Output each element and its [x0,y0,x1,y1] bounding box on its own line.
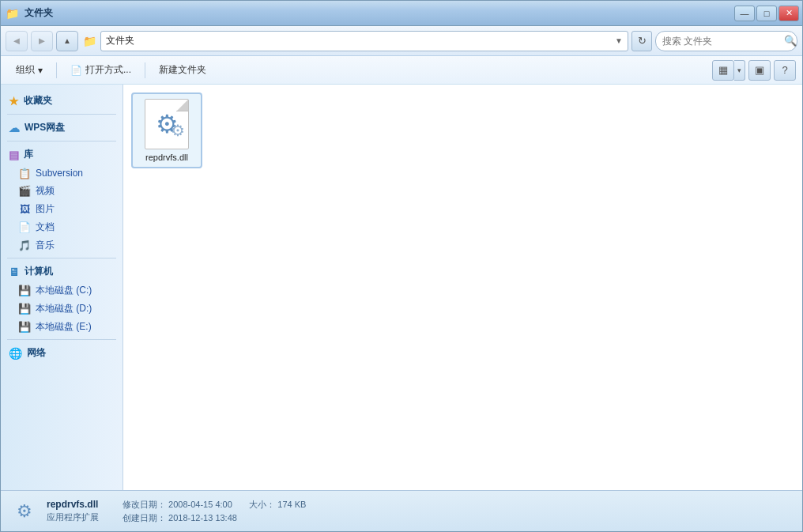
main-window: 📁 文件夹 — □ ✕ ◄ ► ▲ 📁 文件夹 ▼ ↻ 🔍 组织 ▾ [0,0,803,532]
sidebar-music-label: 音乐 [36,239,55,252]
sidebar-pictures-label: 图片 [36,202,55,216]
sidebar-header-network[interactable]: 🌐 网络 [1,343,123,363]
toolbar-right: ▦ ▾ ▣ ? [712,60,796,81]
toolbar-separator-2 [145,62,145,78]
gear-group: ⚙ ⚙ [156,111,179,137]
help-button[interactable]: ? [774,60,796,81]
sidebar-section-network: 🌐 网络 [1,343,123,363]
file-grid: ⚙ ⚙ repdrvfs.dll [131,92,794,168]
sidebar-divider-1 [7,114,116,115]
size-value: 174 KB [277,500,306,509]
view-control: ▦ ▾ [712,60,745,81]
minimize-button[interactable]: — [734,6,755,21]
title-bar-left: 📁 文件夹 [4,6,53,21]
sidebar-video-label: 视频 [36,184,55,198]
status-gear-icon: ⚙ [17,501,32,522]
window-title: 文件夹 [25,6,53,20]
command-toolbar: 组织 ▾ 📄 打开方式... 新建文件夹 ▦ ▾ ▣ ? [1,56,802,85]
close-button[interactable]: ✕ [778,6,799,21]
gear-small-icon: ⚙ [171,121,185,140]
sidebar-item-pictures[interactable]: 🖼 图片 [1,200,123,218]
address-text: 文件夹 [106,34,615,47]
subversion-icon: 📋 [18,167,31,179]
sidebar-favorites-label: 收藏夹 [24,94,52,108]
drive-c-icon: 💾 [18,285,31,297]
sidebar-item-documents[interactable]: 📄 文档 [1,218,123,236]
created-value: 2018-12-13 13:48 [168,513,237,523]
new-folder-label: 新建文件夹 [159,63,206,77]
status-dates: 修改日期： 2008-04-15 4:00 大小： 174 KB 创建日期： 2… [123,499,306,524]
organize-label: 组织 [16,63,35,77]
sidebar-item-drive-c[interactable]: 💾 本地磁盘 (C:) [1,281,123,300]
organize-button[interactable]: 组织 ▾ [7,59,51,81]
sidebar-divider-3 [7,258,116,258]
sidebar-header-computer[interactable]: 🖥 计算机 [1,262,123,281]
view-dropdown[interactable]: ▾ [734,60,745,81]
address-folder-icon: 📁 [81,33,97,49]
sidebar-section-wps: ☁ WPS网盘 [1,118,123,138]
library-icon: ▤ [9,149,19,161]
refresh-button[interactable]: ↻ [631,31,652,51]
address-dropdown-arrow[interactable]: ▼ [615,36,623,45]
modified-value: 2008-04-15 4:00 [168,500,232,509]
status-info: repdrvfs.dll 应用程序扩展 [47,499,99,523]
status-created: 创建日期： 2018-12-13 13:48 [123,512,306,524]
back-button[interactable]: ◄ [6,31,28,51]
main-area: ★ 收藏夹 ☁ WPS网盘 ▤ 库 📋 Subversio [1,85,802,490]
address-toolbar: ◄ ► ▲ 📁 文件夹 ▼ ↻ 🔍 [1,26,802,56]
title-bar-controls: — □ ✕ [734,6,799,21]
drive-d-icon: 💾 [18,303,31,315]
address-bar[interactable]: 文件夹 ▼ [100,31,628,51]
cloud-icon: ☁ [9,122,20,134]
maximize-button[interactable]: □ [756,6,777,21]
file-item-repdrvfs[interactable]: ⚙ ⚙ repdrvfs.dll [131,92,202,168]
star-icon: ★ [9,95,19,108]
sidebar-wps-label: WPS网盘 [25,121,65,134]
sidebar-header-library[interactable]: ▤ 库 [1,145,123,164]
sidebar-item-subversion[interactable]: 📋 Subversion [1,164,123,182]
sidebar-item-music[interactable]: 🎵 音乐 [1,236,123,255]
sidebar: ★ 收藏夹 ☁ WPS网盘 ▤ 库 📋 Subversio [1,85,123,490]
title-bar: 📁 文件夹 — □ ✕ [1,1,802,26]
pictures-icon: 🖼 [18,203,31,216]
search-input[interactable] [662,36,781,47]
sidebar-drive-c-label: 本地磁盘 (C:) [36,284,92,297]
sidebar-header-wps[interactable]: ☁ WPS网盘 [1,118,123,138]
pane-button[interactable]: ▣ [748,60,771,81]
sidebar-header-favorites[interactable]: ★ 收藏夹 [1,91,123,111]
toolbar-separator-1 [56,62,57,78]
sidebar-item-video[interactable]: 🎬 视频 [1,182,123,200]
dll-file-icon: ⚙ ⚙ [145,99,189,149]
status-filename: repdrvfs.dll [47,499,99,510]
status-type: 应用程序扩展 [47,511,99,523]
documents-icon: 📄 [18,221,31,234]
status-bar: ⚙ repdrvfs.dll 应用程序扩展 修改日期： 2008-04-15 4… [1,490,802,531]
open-with-button[interactable]: 📄 打开方式... [62,59,140,81]
sidebar-section-library: ▤ 库 📋 Subversion 🎬 视频 🖼 图片 📄 文档 [1,145,123,255]
status-modified: 修改日期： 2008-04-15 4:00 大小： 174 KB [123,499,306,511]
search-icon[interactable]: 🔍 [784,35,797,47]
sidebar-library-label: 库 [24,148,33,161]
window-icon: 📁 [4,6,20,21]
sidebar-network-label: 网络 [27,346,46,360]
sidebar-item-drive-e[interactable]: 💾 本地磁盘 (E:) [1,318,123,336]
computer-icon: 🖥 [9,266,20,278]
status-file-icon: ⚙ [10,497,39,526]
view-button[interactable]: ▦ [712,60,734,81]
modified-label: 修改日期： [123,500,166,509]
video-icon: 🎬 [18,185,31,198]
created-label: 创建日期： [123,513,166,523]
forward-button[interactable]: ► [31,31,53,51]
sidebar-item-drive-d[interactable]: 💾 本地磁盘 (D:) [1,300,123,318]
search-bar[interactable]: 🔍 [655,31,797,51]
network-icon: 🌐 [9,347,22,360]
file-area: ⚙ ⚙ repdrvfs.dll [123,85,802,490]
sidebar-section-favorites: ★ 收藏夹 [1,91,123,111]
sidebar-divider-2 [7,141,116,141]
file-name-label: repdrvfs.dll [145,153,188,162]
up-button[interactable]: ▲ [56,31,78,51]
open-with-label: 打开方式... [85,63,131,77]
sidebar-drive-e-label: 本地磁盘 (E:) [36,320,92,334]
sidebar-subversion-label: Subversion [36,168,83,179]
new-folder-button[interactable]: 新建文件夹 [150,59,215,81]
